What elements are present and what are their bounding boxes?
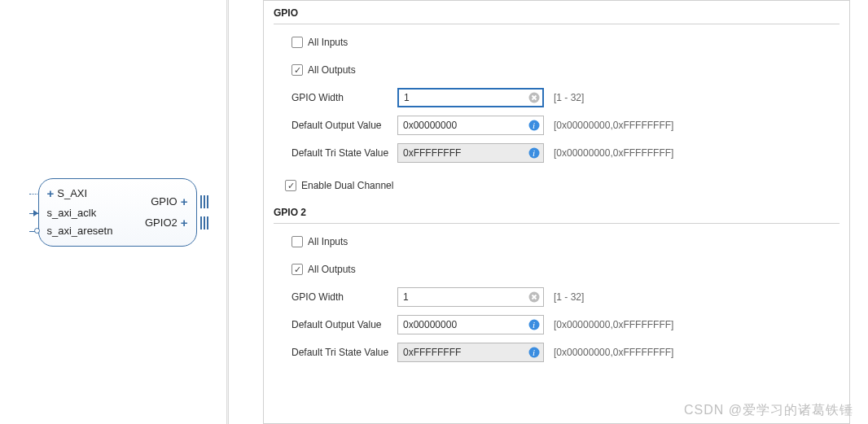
default-tristate-input	[397, 143, 544, 163]
port-s-axi-aclk: s_axi_aclk	[47, 207, 97, 219]
hint-gpio-width: [1 - 32]	[554, 92, 584, 103]
hint-gpio2-width: [1 - 32]	[554, 291, 584, 303]
default-output2-input[interactable]	[397, 315, 544, 334]
all-outputs-checkbox[interactable]: All Outputs	[292, 64, 356, 76]
checkbox-label: All Inputs	[308, 37, 348, 48]
hint-default-tristate2: [0x00000000,0xFFFFFFFF]	[554, 347, 673, 358]
all-outputs2-checkbox[interactable]: All Outputs	[292, 264, 356, 275]
port-gpio2: GPIO2 +	[145, 216, 188, 229]
port-s-axi-aresetn: s_axi_aresetn	[47, 225, 113, 237]
ip-block: + S_AXI s_axi_aclk s_axi_aresetn GPIO +	[38, 178, 197, 247]
checkbox-icon	[292, 37, 303, 48]
label-gpio-width: GPIO Width	[292, 92, 397, 103]
default-output-input[interactable]	[397, 116, 544, 135]
hint-default-output2: [0x00000000,0xFFFFFFFF]	[554, 319, 673, 330]
checkbox-label: All Outputs	[308, 264, 356, 275]
label-default-tristate: Default Tri State Value	[292, 147, 397, 159]
port-label: s_axi_aclk	[47, 207, 97, 219]
label-gpio2-width: GPIO Width	[292, 291, 397, 303]
checkbox-icon	[292, 264, 303, 275]
divider	[274, 223, 840, 224]
hint-default-output: [0x00000000,0xFFFFFFFF]	[554, 120, 673, 131]
bus-icon	[200, 195, 208, 208]
default-tristate2-input	[397, 343, 544, 362]
all-inputs2-checkbox[interactable]: All Inputs	[292, 236, 348, 247]
gpio2-width-input[interactable]	[397, 287, 544, 307]
section-title-gpio: GPIO	[274, 7, 840, 22]
label-default-output2: Default Output Value	[292, 319, 397, 330]
port-gpio: GPIO +	[151, 195, 187, 208]
expand-icon[interactable]: +	[181, 216, 188, 229]
label-default-tristate2: Default Tri State Value	[292, 347, 397, 358]
config-pane: GPIO All Inputs All Outputs GPIO Width	[229, 0, 868, 424]
section-title-gpio2: GPIO 2	[274, 207, 840, 221]
bus-icon	[200, 216, 208, 229]
checkbox-icon	[292, 236, 303, 247]
divider	[274, 24, 840, 24]
port-label: GPIO2	[145, 216, 178, 229]
expand-icon[interactable]: +	[47, 187, 55, 199]
checkbox-label: All Inputs	[308, 236, 348, 247]
port-label: GPIO	[151, 195, 178, 208]
checkbox-icon	[285, 180, 296, 191]
port-label: S_AXI	[57, 187, 87, 199]
gpio-width-input[interactable]	[397, 88, 544, 107]
checkbox-label: Enable Dual Channel	[301, 180, 393, 191]
port-s-axi: + S_AXI	[47, 187, 88, 199]
all-inputs-checkbox[interactable]: All Inputs	[292, 37, 348, 48]
hint-default-tristate: [0x00000000,0xFFFFFFFF]	[554, 147, 673, 159]
checkbox-icon	[292, 64, 303, 76]
ip-preview-pane: + S_AXI s_axi_aclk s_axi_aresetn GPIO +	[0, 0, 226, 424]
port-label: s_axi_aresetn	[47, 225, 113, 237]
expand-icon[interactable]: +	[181, 195, 188, 208]
checkbox-label: All Outputs	[308, 64, 356, 76]
enable-dual-checkbox[interactable]: Enable Dual Channel	[285, 180, 393, 191]
label-default-output: Default Output Value	[292, 120, 397, 131]
